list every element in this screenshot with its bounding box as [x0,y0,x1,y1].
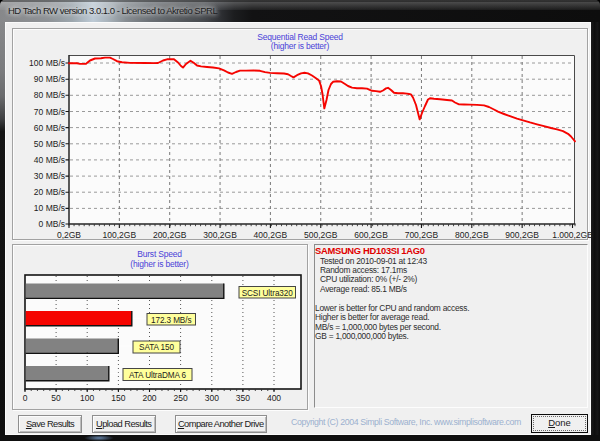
svg-text:30 MB/s: 30 MB/s [34,171,65,181]
svg-text:172.3 MB/s: 172.3 MB/s [151,316,191,325]
svg-text:600,2GB: 600,2GB [354,230,388,240]
svg-text:50 MB/s: 50 MB/s [34,139,65,149]
svg-text:350: 350 [236,393,250,403]
svg-text:SCSI Ultra320: SCSI Ultra320 [242,289,294,298]
svg-text:ATA UltraDMA 6: ATA UltraDMA 6 [129,371,187,380]
svg-text:0 MB/s: 0 MB/s [39,219,65,229]
svg-text:100 MB/s: 100 MB/s [29,58,65,68]
svg-text:900,2GB: 900,2GB [505,230,539,240]
svg-text:400: 400 [267,393,281,403]
svg-text:80 MB/s: 80 MB/s [34,90,65,100]
svg-text:200,2GB: 200,2GB [153,230,187,240]
svg-text:70 MB/s: 70 MB/s [34,107,65,117]
svg-text:90 MB/s: 90 MB/s [34,74,65,84]
svg-text:10 MB/s: 10 MB/s [34,203,65,213]
svg-text:(higher is better): (higher is better) [130,259,189,269]
svg-text:50: 50 [51,393,61,403]
svg-text:800,2GB: 800,2GB [455,230,489,240]
svg-text:SATA 150: SATA 150 [139,343,174,352]
svg-text:40 MB/s: 40 MB/s [34,155,65,165]
svg-text:Burst Speed: Burst Speed [137,249,182,259]
svg-text:100,2GB: 100,2GB [103,230,137,240]
svg-text:(higher is better): (higher is better) [271,41,330,51]
svg-text:20 MB/s: 20 MB/s [34,187,65,197]
svg-text:0,2GB: 0,2GB [57,230,81,240]
svg-text:700,2GB: 700,2GB [405,230,439,240]
svg-text:0: 0 [23,393,28,403]
svg-text:300,2GB: 300,2GB [203,230,237,240]
svg-text:500,2GB: 500,2GB [304,230,338,240]
svg-text:300: 300 [205,393,219,403]
svg-text:250: 250 [174,393,188,403]
svg-text:100: 100 [80,393,94,403]
svg-text:150: 150 [111,393,125,403]
svg-text:1.000,2GB: 1.000,2GB [552,230,593,240]
svg-text:200: 200 [142,393,156,403]
svg-text:400,2GB: 400,2GB [254,230,288,240]
svg-text:60 MB/s: 60 MB/s [34,123,65,133]
